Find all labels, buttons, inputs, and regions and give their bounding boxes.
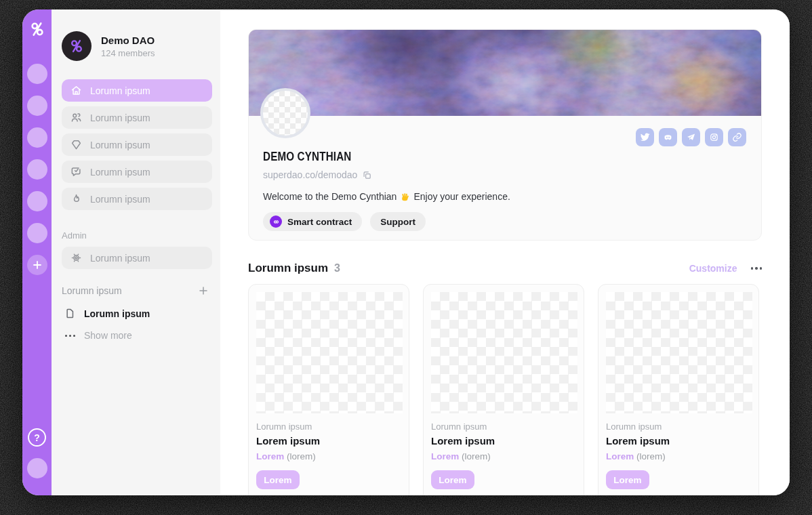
gear-icon: [70, 251, 83, 264]
dao-member-count: 124 members: [101, 48, 155, 58]
sidebar-item-home[interactable]: Lorumn ipsum: [62, 79, 212, 102]
dao-placeholder-avatar[interactable]: [27, 159, 47, 180]
instagram-icon: [709, 132, 719, 142]
twitter-link[interactable]: [636, 128, 654, 146]
app-window: ? Demo: [22, 9, 790, 495]
screenshot-stage: ? Demo: [0, 0, 812, 515]
superdao-logo-icon: [68, 38, 85, 54]
dao-url: superdao.co/demodao: [263, 169, 357, 180]
dao-placeholder-avatar[interactable]: [27, 64, 47, 84]
dao-placeholder-avatar[interactable]: [27, 127, 47, 148]
discord-link[interactable]: [659, 128, 677, 146]
rail-bottom-group: ?: [27, 428, 47, 478]
tier-title: Lorem ipsum: [256, 435, 401, 447]
sidebar-item-label: Lorumn ipsum: [90, 253, 150, 264]
workspace-rail: ?: [22, 9, 52, 495]
support-button[interactable]: Support: [370, 212, 426, 231]
link-icon: [732, 132, 742, 142]
telegram-link[interactable]: [682, 128, 700, 146]
chat-check-icon: [70, 165, 83, 178]
copy-icon[interactable]: [362, 170, 372, 180]
smart-contract-button[interactable]: Smart contract: [263, 212, 362, 231]
superdao-logo-icon[interactable]: [28, 20, 46, 38]
rail-dao-list: [27, 64, 47, 243]
admin-section-label: Admin: [62, 230, 212, 241]
dao-title-block: Demo DAO 124 members: [101, 35, 155, 58]
members-icon: [70, 111, 83, 124]
dao-placeholder-avatar[interactable]: [27, 191, 47, 211]
cover-texture: [249, 30, 761, 116]
question-mark-icon: ?: [34, 432, 40, 443]
dao-avatar: [62, 31, 92, 61]
pages-section-title: Lorumn ipsum: [62, 285, 122, 296]
section-count: 3: [334, 262, 340, 274]
sidebar-item-label: Lorumn ipsum: [90, 167, 150, 178]
tier-action-button[interactable]: Lorem: [431, 470, 474, 489]
dao-placeholder-avatar[interactable]: [27, 96, 47, 116]
sidebar-nav: Lorumn ipsum Lorumn ipsum Lorum: [62, 79, 212, 210]
tier-title: Lorem ipsum: [606, 435, 751, 447]
tier-link-note: (lorem): [287, 451, 316, 461]
plus-icon: [33, 260, 42, 270]
social-links: [636, 128, 746, 146]
add-page-plus-icon[interactable]: [199, 286, 208, 295]
dao-profile-avatar-placeholder[interactable]: [260, 88, 310, 138]
help-button[interactable]: ?: [28, 428, 46, 447]
tier-action-button[interactable]: Lorem: [256, 470, 300, 489]
telegram-icon: [686, 132, 696, 142]
tier-image-placeholder: [256, 292, 403, 413]
dao-url-row: superdao.co/demodao: [263, 169, 746, 180]
tier-link-note: (lorem): [636, 451, 666, 461]
dao-name: Demo DAO: [101, 35, 155, 46]
section-header-actions: Customize: [689, 263, 762, 274]
tier-link-row: Lorem (lorem): [256, 451, 401, 461]
welcome-text-after: Enjoy your experience.: [413, 191, 510, 202]
dao-header[interactable]: Demo DAO 124 members: [62, 31, 212, 61]
sidebar-page-item[interactable]: Lorumn ipsum: [62, 307, 212, 320]
customize-link[interactable]: Customize: [689, 263, 737, 274]
sidebar-item-members[interactable]: Lorumn ipsum: [62, 106, 212, 129]
tier-image-placeholder: [431, 292, 577, 413]
contract-link-icon: [270, 215, 282, 228]
document-icon: [64, 307, 77, 320]
dao-profile-title: DEMO CYNTHIAN: [263, 149, 649, 164]
tier-action-button[interactable]: Lorem: [606, 470, 649, 489]
home-icon: [70, 84, 83, 97]
tier-card[interactable]: Lorumn ipsum Lorem ipsum Lorem (lorem) L…: [248, 284, 409, 495]
sidebar-item-label: Lorumn ipsum: [90, 85, 150, 96]
welcome-message: Welcome to the Demo Cynthian Enjoy your …: [263, 191, 746, 202]
show-more-label: Show more: [84, 330, 132, 341]
sidebar-item-voting[interactable]: Lorumn ipsum: [62, 161, 212, 183]
section-more-icon[interactable]: [751, 267, 763, 270]
tier-link[interactable]: Lorem: [431, 451, 459, 461]
sidebar-item-label: Lorumn ipsum: [90, 112, 150, 123]
external-link[interactable]: [728, 128, 746, 146]
page-item-label: Lorumn ipsum: [84, 308, 150, 319]
tier-image-placeholder: [606, 292, 752, 413]
sidebar-item-admin[interactable]: Lorumn ipsum: [62, 247, 212, 269]
sidebar-item-label: Lorumn ipsum: [90, 140, 150, 150]
sidebar-item-treasury[interactable]: Lorumn ipsum: [62, 133, 212, 156]
profile-actions: Smart contract Support: [263, 212, 746, 231]
sidebar-item-activity[interactable]: Lorumn ipsum: [62, 188, 212, 210]
tier-card[interactable]: Lorumn ipsum Lorem ipsum Lorem (lorem) L…: [423, 284, 584, 495]
tier-card[interactable]: Lorumn ipsum Lorem ipsum Lorem (lorem) L…: [598, 284, 759, 495]
tier-overline: Lorumn ipsum: [256, 421, 401, 432]
add-dao-button[interactable]: [27, 255, 47, 275]
waving-hand-emoji: [400, 192, 410, 202]
welcome-text-before: Welcome to the Demo Cynthian: [263, 191, 397, 202]
tier-overline: Lorumn ipsum: [606, 421, 751, 432]
instagram-link[interactable]: [705, 128, 723, 146]
tier-overline: Lorumn ipsum: [431, 421, 576, 432]
tier-link[interactable]: Lorem: [606, 451, 634, 461]
show-more-button[interactable]: Show more: [62, 330, 212, 341]
flame-icon: [70, 192, 83, 205]
support-label: Support: [380, 217, 415, 227]
user-avatar[interactable]: [27, 458, 47, 478]
dao-placeholder-avatar[interactable]: [27, 223, 47, 243]
nft-section-header: Lorumn ipsum 3 Customize: [248, 262, 762, 275]
sidebar: Demo DAO 124 members Lorumn ipsum: [52, 9, 220, 495]
tier-link[interactable]: Lorem: [256, 451, 284, 461]
sidebar-item-label: Lorumn ipsum: [90, 194, 150, 205]
gem-icon: [70, 138, 83, 151]
